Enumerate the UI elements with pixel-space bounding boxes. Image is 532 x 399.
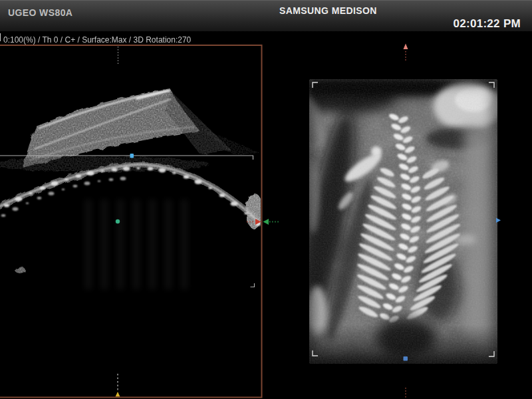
ultrasound-screen: UGEO WS80A SAMSUNG MEDISON 02:01:22 PM |… — [0, 0, 532, 399]
image-display-area — [0, 0, 532, 399]
system-model-label: UGEO WS80A — [8, 7, 72, 18]
volume-line-blue-marker[interactable] — [130, 154, 134, 158]
render-top-red-arrow[interactable] — [404, 44, 408, 50]
display-canvas — [0, 0, 532, 399]
volume-bottom-bracket — [251, 283, 255, 287]
left-2d-image — [0, 88, 263, 289]
fetal-spine-dots-2d — [1, 166, 261, 226]
bottom-yellow-arrow[interactable] — [116, 392, 120, 397]
clock-label: 02:01:22 PM — [453, 17, 521, 31]
brand-label: SAMSUNG MEDISON — [279, 5, 377, 16]
render-params-text: 0:100(%) / Th 0 / C+ / Surface:Max / 3D … — [3, 35, 191, 45]
right-3d-image — [293, 76, 503, 366]
truncated-glyph: | — [0, 31, 2, 43]
header-bar: UGEO WS80A SAMSUNG MEDISON 02:01:22 PM — [0, 0, 532, 31]
render-right-blue-arrow[interactable] — [496, 218, 501, 223]
render-bottom-blue-square[interactable] — [404, 356, 408, 361]
acoustic-shadows — [85, 200, 188, 289]
roi-handle-green-arrow[interactable] — [263, 219, 269, 225]
render-params-bar: |0:100(%) / Th 0 / C+ / Surface:Max / 3D… — [0, 31, 532, 43]
center-green-dot[interactable] — [116, 219, 120, 223]
